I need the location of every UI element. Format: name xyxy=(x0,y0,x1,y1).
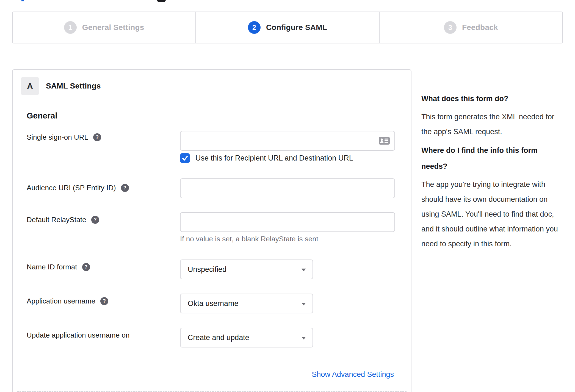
chevron-down-icon xyxy=(302,269,306,271)
relay-state-label: Default RelayState ? xyxy=(27,216,99,224)
sso-recipient-checkbox[interactable] xyxy=(180,153,190,163)
update-application-username-label: Update application username on xyxy=(27,331,129,339)
name-id-format-select[interactable]: Unspecified xyxy=(180,260,313,279)
chevron-down-icon xyxy=(302,303,306,305)
step-configure-saml[interactable]: 2 Configure SAML xyxy=(195,12,379,43)
sidebar-heading: Where do I find the info this form needs… xyxy=(421,142,563,174)
relay-state-input[interactable] xyxy=(180,212,395,232)
application-username-label: Application username ? xyxy=(27,297,108,305)
section-divider xyxy=(17,391,407,392)
help-icon[interactable]: ? xyxy=(121,184,129,192)
saml-settings-panel: A SAML Settings General Single sign-on U… xyxy=(12,69,411,392)
step-general-settings[interactable]: 1 General Settings xyxy=(13,12,195,43)
clipped-content-fragment xyxy=(157,0,166,2)
check-icon xyxy=(182,155,188,161)
audience-uri-label: Audience URI (SP Entity ID) ? xyxy=(27,184,129,192)
help-icon[interactable]: ? xyxy=(100,297,108,305)
select-value: Create and update xyxy=(181,333,249,342)
step-number-badge: 2 xyxy=(248,21,261,34)
clipped-content-fragment xyxy=(21,0,24,1)
name-id-format-label: Name ID format ? xyxy=(27,263,90,271)
step-number-badge: 3 xyxy=(444,21,457,34)
relay-state-hint: If no value is set, a blank RelayState i… xyxy=(180,235,318,243)
help-icon[interactable]: ? xyxy=(93,133,101,141)
contact-card-icon xyxy=(378,137,390,145)
sidebar-paragraph: The app you're trying to integrate with … xyxy=(421,177,563,251)
select-value: Okta username xyxy=(181,299,239,308)
panel-title: SAML Settings xyxy=(46,77,101,95)
update-application-username-select[interactable]: Create and update xyxy=(180,328,313,347)
select-value: Unspecified xyxy=(181,265,226,274)
section-badge: A xyxy=(21,77,39,95)
step-label: Configure SAML xyxy=(266,23,327,32)
help-icon[interactable]: ? xyxy=(82,263,90,271)
wizard-stepper: 1 General Settings 2 Configure SAML 3 Fe… xyxy=(12,12,563,43)
audience-uri-input[interactable] xyxy=(180,178,395,198)
general-group-heading: General xyxy=(27,111,57,120)
application-username-select[interactable]: Okta username xyxy=(180,294,313,313)
sidebar-paragraph: This form generates the XML needed for t… xyxy=(421,109,563,139)
sidebar-heading: What does this form do? xyxy=(421,91,563,107)
show-advanced-settings-link[interactable]: Show Advanced Settings xyxy=(312,370,394,379)
sso-recipient-checkbox-row: Use this for Recipient URL and Destinati… xyxy=(180,153,353,163)
step-feedback[interactable]: 3 Feedback xyxy=(379,12,562,43)
step-number-badge: 1 xyxy=(64,21,77,34)
chevron-down-icon xyxy=(302,337,306,339)
sso-recipient-checkbox-label[interactable]: Use this for Recipient URL and Destinati… xyxy=(195,154,353,162)
step-label: General Settings xyxy=(82,23,144,32)
help-icon[interactable]: ? xyxy=(91,216,99,224)
sso-url-input-wrap xyxy=(180,131,395,151)
sso-url-label: Single sign-on URL ? xyxy=(27,133,101,142)
step-label: Feedback xyxy=(462,23,498,32)
sso-url-input[interactable] xyxy=(180,131,395,151)
